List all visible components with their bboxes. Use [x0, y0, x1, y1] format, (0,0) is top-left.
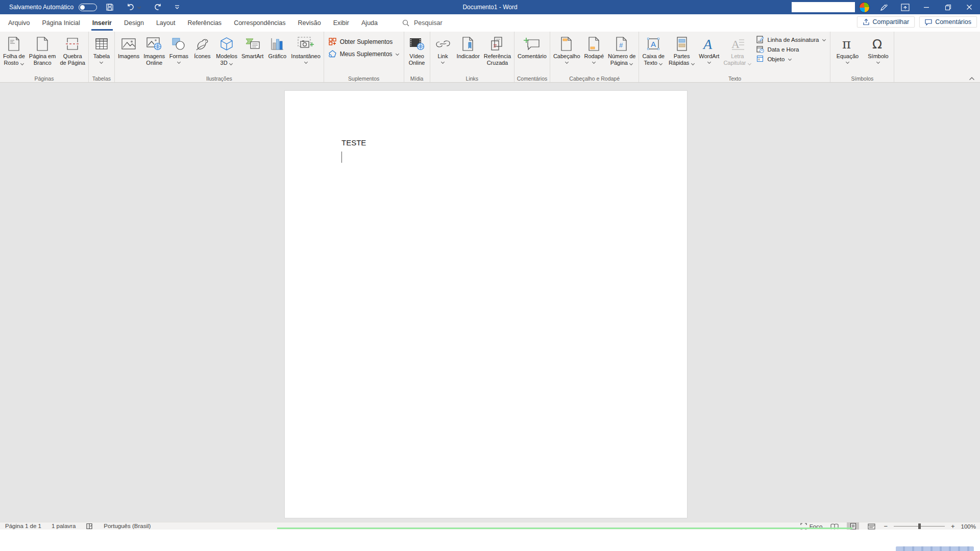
icones-button[interactable]: Ícones [190, 34, 214, 60]
meus-suplementos-button[interactable]: Meus Suplementos [328, 49, 400, 58]
link-icon [435, 38, 451, 50]
dropdown-icon [20, 62, 24, 65]
data-e-hora-button[interactable]: Data e Hora [756, 45, 826, 53]
minimize-icon [923, 4, 929, 10]
svg-text:π: π [842, 36, 851, 52]
comments-button[interactable]: Comentários [919, 16, 977, 28]
cabecalho-button[interactable]: Cabeçalho [551, 34, 582, 64]
tab-layout[interactable]: Layout [150, 14, 182, 32]
restore-button[interactable] [937, 0, 959, 14]
dropdown-icon [592, 61, 596, 63]
undo-icon [126, 3, 135, 11]
titlebar-search-input[interactable] [792, 2, 855, 12]
formas-button[interactable]: Formas [167, 34, 190, 64]
video-online-button[interactable]: Vídeo Online [405, 34, 429, 67]
quebra-de-pagina-button[interactable]: Quebra de Página [58, 34, 87, 67]
group-label-paginas: Páginas [0, 76, 88, 82]
header-icon [560, 36, 573, 52]
tab-correspondencias[interactable]: Correspondências [228, 14, 291, 32]
zoom-slider[interactable] [894, 522, 945, 530]
share-icon [863, 18, 870, 26]
title-bar: Salvamento Automático [0, 0, 980, 14]
obter-suplementos-button[interactable]: Obter Suplementos [328, 37, 400, 46]
equacao-button[interactable]: π Equação [831, 34, 863, 64]
close-button[interactable] [959, 0, 980, 14]
referencia-cruzada-button[interactable]: Referência Cruzada [482, 34, 513, 67]
save-button[interactable] [102, 0, 117, 14]
instantaneo-button[interactable]: Instantâneo [289, 34, 323, 64]
objeto-button[interactable]: Objeto [756, 55, 826, 63]
group-label-links: Links [430, 76, 514, 82]
tab-arquivo[interactable]: Arquivo [2, 14, 36, 32]
object-icon [756, 55, 764, 63]
cross-reference-icon [489, 36, 505, 52]
smartart-button[interactable]: SmartArt [239, 34, 265, 60]
dropdown-icon [747, 62, 751, 65]
folha-de-rosto-button[interactable]: Folha de Rosto [1, 34, 27, 67]
tell-me-search[interactable]: Pesquisar [402, 19, 443, 27]
tabela-button[interactable]: Tabela [90, 34, 113, 64]
comentario-button[interactable]: Comentário [516, 34, 549, 60]
footer-icon [587, 36, 601, 52]
group-links: Link Indicador Referência Cruzada [430, 32, 514, 82]
letra-capitular-button: A Letra Capitular [721, 34, 753, 67]
minimize-button[interactable] [916, 0, 937, 14]
tab-design[interactable]: Design [118, 14, 150, 32]
tab-inserir[interactable]: Inserir [86, 14, 118, 32]
dropdown-icon [441, 61, 445, 63]
zoom-level[interactable]: 100% [961, 523, 976, 530]
redo-icon [153, 3, 162, 11]
redo-button[interactable] [150, 0, 166, 14]
drop-cap-icon: A [730, 37, 745, 51]
toggle-knob [80, 5, 85, 10]
linha-de-assinatura-button[interactable]: Linha de Assinatura [756, 36, 826, 43]
ink-pen-button[interactable] [873, 0, 894, 14]
account-avatar[interactable] [859, 2, 870, 13]
dropdown-icon [565, 61, 569, 63]
document-text[interactable]: TESTE [341, 138, 366, 147]
wordart-icon: A [701, 36, 717, 52]
word-count-status[interactable]: 1 palavra [52, 523, 76, 529]
zoom-slider-thumb[interactable] [918, 523, 921, 529]
zoom-in-button[interactable]: + [951, 522, 955, 530]
zoom-out-button[interactable]: − [884, 522, 888, 530]
imagens-button[interactable]: Imagens [116, 34, 141, 60]
group-label-midia: Mídia [404, 76, 430, 82]
modelos-3d-button[interactable]: Modelos 3D [214, 34, 239, 67]
quick-access-customize-button[interactable] [171, 0, 183, 14]
proofing-status-button[interactable] [86, 523, 93, 530]
undo-button[interactable] [122, 0, 144, 14]
svg-text:A: A [731, 38, 740, 51]
language-status[interactable]: Português (Brasil) [104, 523, 151, 529]
grafico-button[interactable]: Gráfico [265, 34, 289, 60]
web-layout-button[interactable] [865, 522, 877, 530]
tab-referencias[interactable]: Referências [181, 14, 228, 32]
page-count-status[interactable]: Página 1 de 1 [5, 523, 41, 529]
document-canvas-area[interactable]: TESTE [0, 83, 980, 522]
document-page[interactable]: TESTE [284, 90, 688, 518]
restore-icon [945, 4, 951, 11]
simbolo-button[interactable]: Ω Símbolo [863, 34, 893, 64]
dropdown-icon [177, 61, 181, 63]
numero-de-pagina-button[interactable]: # Número de Página [606, 34, 638, 67]
tab-ajuda[interactable]: Ajuda [355, 14, 384, 32]
ribbon-display-options-button[interactable] [894, 0, 916, 14]
imagens-online-button[interactable]: Imagens Online [141, 34, 167, 67]
bottom-strip [0, 530, 980, 551]
tab-exibir[interactable]: Exibir [327, 14, 355, 32]
dropdown-icon [629, 62, 633, 65]
chevron-up-icon [969, 77, 975, 81]
wordart-button[interactable]: A WordArt [697, 34, 721, 64]
share-button[interactable]: Compartilhar [857, 16, 915, 28]
signature-line-icon [756, 36, 764, 43]
indicador-button[interactable]: Indicador [455, 34, 482, 60]
pagina-em-branco-button[interactable]: Página em Branco [27, 34, 58, 67]
partes-rapidas-button[interactable]: Partes Rápidas [667, 34, 697, 67]
autosave-toggle[interactable] [79, 4, 97, 11]
collapse-ribbon-button[interactable] [969, 77, 975, 81]
tab-revisao[interactable]: Revisão [292, 14, 327, 32]
caixa-de-texto-button[interactable]: A Caixa de Texto [640, 34, 666, 67]
tab-pagina-inicial[interactable]: Página Inicial [36, 14, 86, 32]
rodape-button[interactable]: Rodapé [582, 34, 606, 64]
link-button[interactable]: Link [431, 34, 455, 64]
